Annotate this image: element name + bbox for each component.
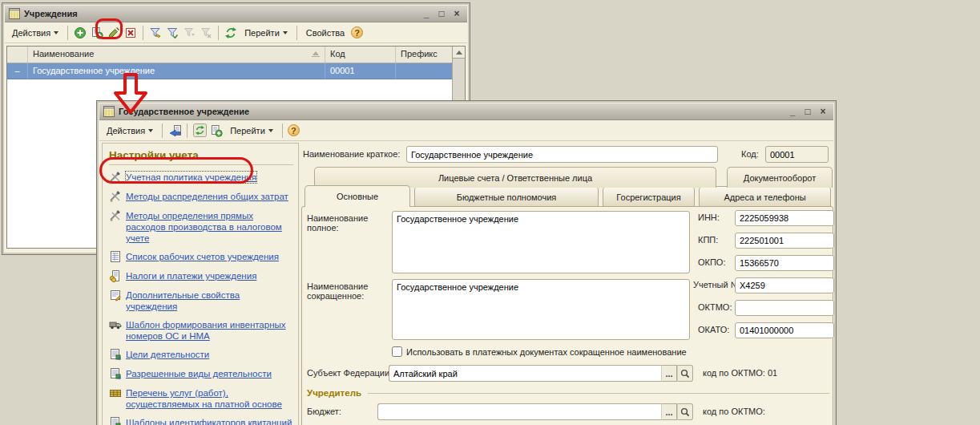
sidebar-link-receipt-templates[interactable]: Шаблоны идентификаторов квитанций на опл… [126,417,293,425]
add-copy-button[interactable] [90,26,104,40]
filter-history-button[interactable] [182,26,196,40]
budget-select-button[interactable]: ... [661,403,677,420]
kpp-input[interactable] [735,233,834,249]
sidebar-item-activity-goals[interactable]: Цели деятельности [109,349,293,361]
window2-body: Настройки учета Учетная политика учрежде… [99,141,833,425]
sidebar-item-receipt-templates[interactable]: Шаблоны идентификаторов квитанций на опл… [109,417,293,425]
toolbar-separator [218,26,219,40]
window1-titlebar[interactable]: Учреждения _ □ × [5,6,467,22]
name-column-header[interactable]: Наименование [28,47,325,63]
copy-button[interactable] [209,123,224,138]
budget-field: ... [377,403,693,420]
sidebar-link-taxes[interactable]: Налоги и платежи учреждения [126,270,256,281]
sidebar-item-accounting-policy[interactable]: Учетная политика учреждения [109,172,293,184]
table-row[interactable]: – Государственное учреждение 00001 [7,63,452,79]
minimize-button[interactable]: _ [786,106,799,117]
filter-settings-button[interactable] [148,26,163,40]
sidebar-item-paid-services[interactable]: Перечень услуг (работ), осуществляемых н… [109,387,293,410]
sidebar-item-additional-properties[interactable]: Дополнительные свойства учреждения [109,289,293,312]
okato-input[interactable] [735,322,834,338]
filter-clear-button[interactable] [199,26,213,40]
sidebar-link-inventory-template[interactable]: Шаблон формирования инвентарных номеров … [126,319,293,342]
inn-input[interactable] [735,210,834,226]
sidebar-link-activity-goals[interactable]: Цели деятельности [126,349,209,360]
sidebar-link-accounting-policy[interactable]: Учетная политика учреждения [126,172,256,183]
sidebar-item-cost-distribution[interactable]: Методы распределения общих затрат [109,191,293,203]
actions-menu-button[interactable]: Действия [103,124,157,137]
sidebar-link-direct-expenses[interactable]: Методы определения прямых расходов произ… [126,210,293,244]
refresh-icon [193,123,207,137]
goto-menu-button[interactable]: Перейти [240,26,292,39]
edit-button[interactable] [107,26,121,40]
sidebar-header: Настройки учета [109,149,293,165]
sidebar-item-working-accounts[interactable]: Список рабочих счетов учреждения [109,251,293,263]
maximize-button[interactable]: □ [801,106,814,117]
window2-titlebar[interactable]: Государственное учреждение _ □ × [99,103,833,120]
add-button[interactable] [73,26,87,40]
budget-label: Бюджет: [307,407,341,416]
maximize-button[interactable]: □ [435,8,448,19]
save-close-button[interactable] [167,123,182,138]
toolbar-separator [162,123,163,138]
oktmo-input[interactable] [735,300,834,316]
budget-search-button[interactable] [677,403,693,420]
sidebar-link-working-accounts[interactable]: Список рабочих счетов учреждения [126,251,279,262]
sidebar-item-taxes[interactable]: Налоги и платежи учреждения [109,270,293,282]
tab-addresses[interactable]: Адреса и телефоны [699,186,831,207]
sidebar-link-cost-distribution[interactable]: Методы распределения общих затрат [126,191,288,202]
row-name-cell: Государственное учреждение [28,63,325,79]
use-short-name-option[interactable]: Использовать в платежных документах сокр… [392,346,687,357]
code-input[interactable] [765,146,829,163]
budget-input[interactable] [377,403,661,420]
federation-subject-input[interactable] [389,365,661,382]
sidebar-item-inventory-template[interactable]: Шаблон формирования инвентарных номеров … [109,319,293,342]
toolbar-separator [282,123,283,138]
properties-button[interactable]: Свойства [302,26,349,39]
shortened-name-textarea[interactable]: Государственное учреждение [392,279,690,340]
filter-history-icon [183,26,196,39]
shortened-name-label: Наименование сокращенное: [307,281,389,301]
code-column-header[interactable]: Код [325,47,396,63]
filter-button[interactable] [165,26,179,40]
actions-menu-button[interactable]: Действия [8,26,63,39]
sidebar-link-additional-properties[interactable]: Дополнительные свойства учреждения [126,289,293,312]
help-button[interactable]: ? [351,26,363,38]
tab-main[interactable]: Основные [304,185,410,207]
tab-budget-powers[interactable]: Бюджетные полномочия [414,186,599,207]
goto-menu-button[interactable]: Перейти [226,124,277,137]
account-number-input[interactable] [735,277,834,293]
refresh-icon [224,26,237,39]
okpo-input[interactable] [735,255,834,271]
sidebar-item-direct-expenses[interactable]: Методы определения прямых расходов произ… [109,210,293,244]
help-button[interactable]: ? [288,124,300,136]
founder-section-title: Учредитель [307,388,361,398]
window1-title: Учреждения [24,9,78,18]
name-column-label: Наименование [33,49,94,63]
scroll-up-button[interactable] [453,47,465,59]
federation-subject-select-button[interactable]: ... [661,365,677,382]
refresh-button[interactable] [192,123,207,138]
use-short-name-checkbox[interactable] [392,346,402,357]
actions-label: Действия [107,126,145,136]
add-icon [74,26,87,39]
close-button[interactable]: × [450,8,463,19]
settings-sidebar: Настройки учета Учетная политика учрежде… [102,143,299,425]
delete-button[interactable] [123,26,138,40]
full-name-textarea[interactable]: Государственное учреждение [392,211,690,273]
short-name-input[interactable] [406,146,718,163]
marker-column-header[interactable] [7,47,28,63]
sidebar-link-allowed-activities[interactable]: Разрешенные виды деятельности [126,368,272,379]
sidebar-link-paid-services[interactable]: Перечень услуг (работ), осуществляемых н… [126,387,293,410]
tab-state-registration[interactable]: Госрегистрация [603,186,695,207]
table-header-row: Наименование Код Префикс [7,47,452,63]
federation-subject-search-button[interactable] [677,365,693,382]
close-button[interactable]: × [817,106,829,117]
kpp-label: КПП: [698,235,718,245]
tab-document-flow[interactable]: Документооборот [727,167,833,188]
institution-form: Наименование краткое: Код: Лицевые счета… [300,141,835,425]
properties-label: Свойства [306,28,345,38]
minimize-button[interactable]: _ [420,8,433,19]
sidebar-item-allowed-activities[interactable]: Разрешенные виды деятельности [109,368,293,380]
refresh-button[interactable] [224,26,238,40]
prefix-column-header[interactable]: Префикс [396,47,452,63]
